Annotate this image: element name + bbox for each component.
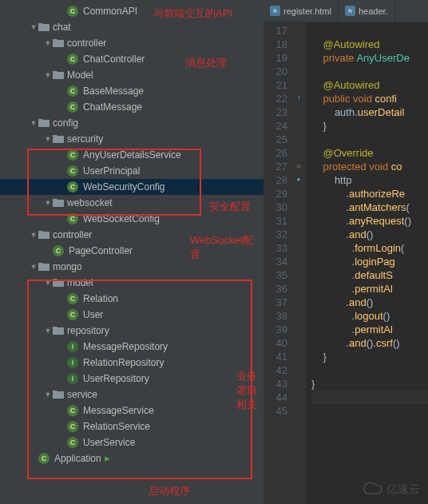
- annotation-boot: 启动程序: [149, 484, 190, 498]
- tree-item-label: service: [67, 389, 97, 400]
- file-MessageService[interactable]: CMessageService: [0, 403, 264, 419]
- gutter-marker-icon[interactable]: o: [294, 161, 303, 170]
- folder-icon: [53, 325, 64, 336]
- file-User[interactable]: CUser: [0, 307, 264, 323]
- chevron-down-icon[interactable]: ▼: [43, 199, 53, 207]
- class-icon: C: [67, 101, 78, 113]
- package-config[interactable]: ▼config: [0, 115, 264, 131]
- file-BaseMessage[interactable]: CBaseMessage: [0, 83, 264, 99]
- svg-text:亿速云: 亿速云: [386, 482, 420, 495]
- gutter-marker-icon[interactable]: ↑: [294, 93, 303, 102]
- interface-icon: I: [67, 357, 78, 368]
- folder-icon: [38, 117, 50, 129]
- file-ChatMessage[interactable]: CChatMessage: [0, 99, 264, 115]
- class-icon: C: [67, 437, 78, 448]
- file-UserRepository[interactable]: IUserRepository: [0, 371, 264, 387]
- class-icon: C: [67, 405, 78, 416]
- package-websocket[interactable]: ▼websocket: [0, 195, 264, 211]
- interface-icon: I: [67, 373, 78, 384]
- class-icon: C: [67, 149, 78, 161]
- chevron-down-icon[interactable]: ▼: [43, 135, 53, 143]
- tree-item-label: WebSocketConfig: [83, 213, 160, 224]
- chevron-down-icon[interactable]: ▼: [29, 231, 38, 239]
- code-area[interactable]: 17 18 19 20 21 22 23 24 25 26 27 28 29 3…: [264, 22, 428, 504]
- chevron-down-icon[interactable]: ▼: [43, 71, 53, 79]
- tree-item-label: UserPrincipal: [83, 165, 140, 177]
- class-icon: C: [67, 293, 78, 304]
- package-model[interactable]: ▼model: [0, 275, 264, 291]
- tree-item-label: MessageRepository: [83, 341, 168, 352]
- gutter-icons: ↑o●: [292, 22, 307, 504]
- chevron-down-icon[interactable]: ▼: [29, 23, 38, 31]
- tree-item-label: ChatMessage: [83, 101, 142, 113]
- class-icon: C: [53, 245, 64, 256]
- html-file-icon: h: [270, 6, 280, 16]
- package-service[interactable]: ▼service: [0, 387, 264, 403]
- package-mongo[interactable]: ▼mongo: [0, 259, 264, 275]
- tree-item-label: AnyUserDetailsService: [83, 149, 181, 161]
- folder-icon: [53, 69, 64, 81]
- watermark-logo: 亿速云: [361, 479, 423, 501]
- class-icon: C: [67, 213, 78, 224]
- tree-item-label: UserService: [83, 437, 135, 448]
- package-controller[interactable]: ▼controller: [0, 227, 264, 243]
- code-content[interactable]: @Autowired private AnyUserDe @Autowired …: [307, 22, 428, 504]
- package-Model[interactable]: ▼Model: [0, 67, 264, 83]
- tab-header[interactable]: h header.: [339, 0, 395, 22]
- chevron-down-icon[interactable]: ▼: [43, 391, 53, 399]
- tree-item-label: config: [53, 117, 78, 129]
- tree-item-label: ChatController: [83, 54, 145, 65]
- chevron-down-icon[interactable]: ▼: [43, 327, 53, 335]
- chevron-down-icon[interactable]: ▼: [29, 119, 38, 127]
- tree-item-label: WebSecurityConfig: [83, 181, 165, 192]
- tree-item-label: model: [67, 277, 93, 288]
- file-WebSocketConfig[interactable]: CWebSocketConfig: [0, 211, 264, 227]
- tree-item-label: chat: [53, 22, 71, 33]
- class-icon: C: [38, 453, 50, 464]
- file-RelationRepository[interactable]: IRelationRepository: [0, 355, 264, 371]
- run-icon: ▶: [105, 454, 110, 462]
- file-UserService[interactable]: CUserService: [0, 435, 264, 450]
- class-icon: C: [67, 6, 78, 17]
- html-file-icon: h: [345, 6, 355, 16]
- chevron-down-icon[interactable]: ▼: [29, 263, 38, 271]
- folder-icon: [53, 389, 64, 400]
- class-icon: C: [67, 54, 78, 65]
- tree-item-label: sercurity: [67, 133, 103, 145]
- file-AnyUserDetailsService[interactable]: CAnyUserDetailsService: [0, 147, 264, 163]
- tree-item-label: MessageService: [83, 405, 154, 416]
- package-chat[interactable]: ▼chat: [0, 19, 264, 35]
- package-sercurity[interactable]: ▼sercurity: [0, 131, 264, 147]
- folder-icon: [53, 133, 64, 145]
- tree-item-label: BaseMessage: [83, 85, 144, 97]
- chevron-down-icon[interactable]: ▼: [43, 39, 53, 47]
- chevron-down-icon[interactable]: ▼: [43, 279, 53, 287]
- file-CommonAPI[interactable]: CCommonAPI: [0, 3, 264, 19]
- file-Application[interactable]: CApplication▶: [0, 450, 264, 466]
- file-PageController[interactable]: CPageController: [0, 243, 264, 259]
- file-MessageRepository[interactable]: IMessageRepository: [0, 339, 264, 355]
- folder-icon: [53, 277, 64, 288]
- package-controller[interactable]: ▼controller: [0, 35, 264, 51]
- tree-item-label: websocket: [67, 197, 113, 208]
- class-icon: C: [67, 309, 78, 320]
- tab-label: header.: [359, 6, 388, 16]
- folder-icon: [53, 197, 64, 208]
- file-Relation[interactable]: CRelation: [0, 291, 264, 307]
- tree-item-label: RelationRepository: [83, 357, 164, 368]
- folder-icon: [53, 38, 64, 49]
- tree-item-label: Model: [67, 69, 93, 81]
- tab-register[interactable]: h register.html: [264, 0, 339, 22]
- file-ChatController[interactable]: CChatController: [0, 51, 264, 67]
- tree-item-label: CommonAPI: [83, 6, 137, 17]
- class-icon: C: [67, 181, 78, 192]
- file-WebSecurityConfig[interactable]: CWebSecurityConfig: [0, 179, 264, 195]
- file-RelationService[interactable]: CRelationService: [0, 419, 264, 435]
- package-repository[interactable]: ▼repository: [0, 323, 264, 339]
- project-tree-panel[interactable]: CCommonAPI▼chat▼controllerCChatControlle…: [0, 0, 264, 504]
- gutter-marker-icon[interactable]: ●: [294, 174, 303, 184]
- interface-icon: I: [67, 341, 78, 352]
- file-UserPrincipal[interactable]: CUserPrincipal: [0, 163, 264, 179]
- folder-icon: [38, 261, 50, 272]
- editor-tabs[interactable]: h register.html h header.: [264, 0, 428, 22]
